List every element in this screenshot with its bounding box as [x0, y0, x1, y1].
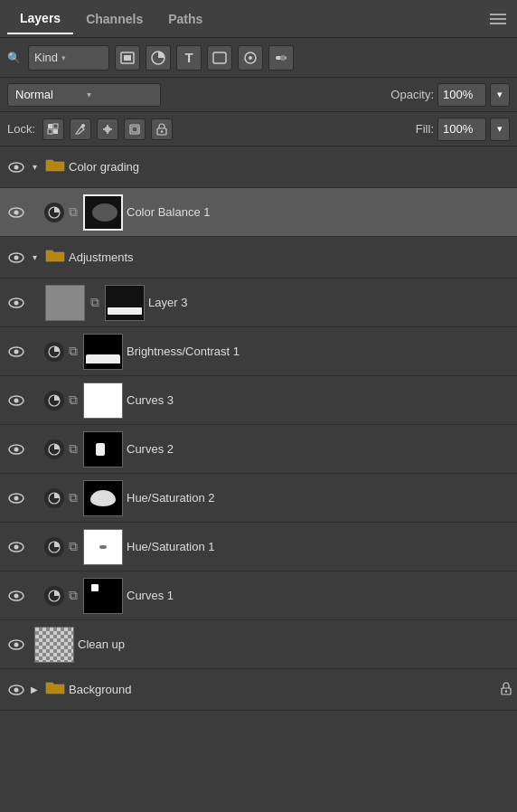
- svg-point-26: [14, 255, 19, 260]
- fill-dropdown[interactable]: ▾: [490, 118, 510, 141]
- visibility-icon[interactable]: [5, 247, 27, 269]
- tab-paths[interactable]: Paths: [155, 5, 215, 33]
- svg-point-45: [14, 593, 19, 598]
- blend-mode-dropdown[interactable]: Normal ▾: [7, 83, 161, 107]
- link-icon: ⧉: [69, 344, 78, 359]
- layer-row[interactable]: ▶ Background: [0, 669, 517, 711]
- layer-row[interactable]: ⧉ Layer 3: [0, 279, 517, 327]
- layer-row[interactable]: ⧉ Curves 3: [0, 376, 517, 425]
- layer-name: Color grading: [69, 160, 512, 174]
- lock-artboard-icon[interactable]: [124, 118, 146, 140]
- link-icon: ⧉: [69, 392, 78, 408]
- lock-paintbrush-icon[interactable]: [70, 118, 91, 140]
- blend-row: Normal ▾ Opacity: 100% ▾: [0, 78, 517, 112]
- layer-row[interactable]: ⧉ Curves 2: [0, 425, 517, 474]
- svg-point-23: [14, 210, 19, 214]
- layer-name: Curves 1: [127, 589, 512, 602]
- layer-row[interactable]: ▾ Color grading: [0, 146, 517, 188]
- layer-thumbnail: [83, 529, 123, 565]
- visibility-icon[interactable]: [5, 634, 27, 656]
- filter-smartobject-icon[interactable]: [238, 45, 263, 71]
- layer-name: Clean up: [78, 637, 512, 651]
- search-icon: 🔍: [7, 52, 21, 64]
- folder-icon: [45, 156, 65, 177]
- visibility-icon[interactable]: [5, 390, 27, 411]
- group-expand-icon[interactable]: ▶: [27, 683, 42, 697]
- adjustment-icon: [44, 342, 64, 362]
- filter-shape-icon[interactable]: [207, 45, 232, 71]
- fill-label: Fill:: [416, 122, 434, 136]
- kind-dropdown[interactable]: Kind ▾: [28, 45, 109, 71]
- svg-point-12: [81, 124, 85, 127]
- svg-point-36: [14, 447, 19, 451]
- visibility-icon[interactable]: [5, 487, 27, 509]
- group-expand-icon[interactable]: ▾: [27, 250, 42, 265]
- link-icon: ⧉: [90, 295, 99, 310]
- layers-list: ▾ Color grading ⧉ Color Balance 1 ▾ Adju…: [0, 146, 517, 812]
- layer-thumbnail: [83, 334, 123, 370]
- adjustment-icon: [44, 586, 64, 606]
- svg-rect-17: [132, 127, 137, 132]
- visibility-icon[interactable]: [5, 341, 27, 363]
- lock-pixels-icon[interactable]: [42, 118, 64, 140]
- link-icon: ⧉: [69, 204, 78, 220]
- layer-thumbnail: [83, 578, 123, 614]
- link-icon: ⧉: [69, 441, 78, 457]
- svg-rect-8: [48, 124, 52, 128]
- filter-adjustment-icon[interactable]: [146, 45, 171, 71]
- adjustment-icon: [44, 537, 64, 557]
- layer-name: Adjustments: [69, 250, 512, 264]
- layer-row[interactable]: ⧉ Hue/Saturation 1: [0, 523, 517, 571]
- visibility-icon[interactable]: [5, 202, 27, 223]
- opacity-dropdown[interactable]: ▾: [490, 83, 510, 107]
- svg-point-19: [161, 130, 163, 132]
- folder-icon: [45, 679, 65, 700]
- visibility-icon[interactable]: [5, 439, 27, 460]
- adjustment-icon: [44, 391, 64, 411]
- panel-menu-icon[interactable]: [486, 10, 510, 28]
- svg-point-30: [14, 349, 19, 354]
- layer-thumbnail: [83, 480, 123, 516]
- adjustment-icon: [44, 488, 64, 508]
- layer-row[interactable]: ⧉ Curves 1: [0, 571, 517, 620]
- layer-row[interactable]: ⧉ Color Balance 1: [0, 188, 517, 237]
- svg-rect-1: [124, 55, 131, 61]
- lock-position-icon[interactable]: [97, 118, 118, 140]
- svg-point-42: [14, 544, 19, 549]
- fill-value[interactable]: 100%: [437, 118, 486, 141]
- lock-label: Lock:: [7, 122, 35, 136]
- blend-chevron: ▾: [87, 90, 153, 99]
- visibility-icon[interactable]: [5, 156, 27, 178]
- layer-row[interactable]: ⧉ Brightness/Contrast 1: [0, 327, 517, 376]
- layer-mask-thumbnail: [105, 285, 145, 321]
- tab-layers[interactable]: Layers: [7, 4, 73, 34]
- blend-mode-label: Normal: [15, 88, 81, 101]
- tab-channels[interactable]: Channels: [73, 5, 155, 33]
- opacity-group: Opacity: 100% ▾: [390, 83, 510, 107]
- visibility-icon[interactable]: [5, 679, 27, 701]
- svg-rect-9: [53, 129, 58, 134]
- opacity-value[interactable]: 100%: [437, 83, 486, 107]
- visibility-icon[interactable]: [5, 536, 27, 558]
- group-expand-icon[interactable]: ▾: [27, 160, 42, 175]
- link-icon: ⧉: [69, 539, 78, 554]
- svg-point-50: [14, 687, 19, 692]
- filter-pixel-icon[interactable]: [115, 45, 140, 71]
- filter-row: 🔍 Kind ▾ T: [0, 38, 517, 78]
- layer-thumbnail: [83, 382, 123, 419]
- layer-row[interactable]: ⧉ Hue/Saturation 2: [0, 474, 517, 523]
- visibility-icon[interactable]: [5, 292, 27, 314]
- lock-row: Lock: Fill:: [0, 112, 517, 146]
- layer-name: Layer 3: [148, 296, 512, 309]
- layer-row[interactable]: ▾ Adjustments: [0, 237, 517, 279]
- lock-all-icon[interactable]: [151, 118, 173, 140]
- folder-icon: [45, 247, 65, 268]
- filter-type-icon[interactable]: T: [176, 45, 202, 71]
- svg-point-52: [505, 690, 507, 692]
- link-icon: ⧉: [69, 490, 78, 505]
- layer-row[interactable]: Clean up: [0, 620, 517, 669]
- filter-toggle[interactable]: [268, 45, 294, 71]
- svg-point-7: [280, 55, 286, 61]
- layer-name: Curves 3: [127, 393, 512, 407]
- visibility-icon[interactable]: [5, 585, 27, 607]
